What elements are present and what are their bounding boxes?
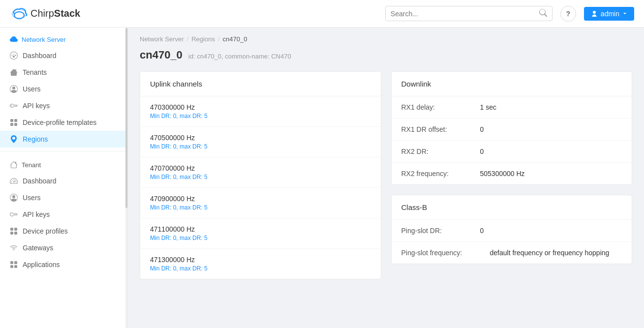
class-b-row-0: Ping-slot DR: 0 xyxy=(392,220,632,242)
sidebar-item-device-profiles[interactable]: Device profiles xyxy=(0,223,127,239)
channel-item-1: 470500000 Hz Min DR: 0, max DR: 5 xyxy=(140,127,381,157)
grid-icon xyxy=(10,119,18,126)
cb-value: 0 xyxy=(480,227,484,235)
search-icon xyxy=(539,9,547,17)
sidebar-item-tenants[interactable]: Tenants xyxy=(0,64,127,81)
regions-icon xyxy=(10,135,18,143)
breadcrumb-regions[interactable]: Regions xyxy=(191,35,215,43)
dl-label: RX2 DR: xyxy=(401,148,480,155)
help-button[interactable]: ? xyxy=(560,6,576,22)
dashboard-icon xyxy=(10,52,18,60)
cb-label: Ping-slot DR: xyxy=(401,227,480,235)
class-b-row-1: Ping-slot frequency: default frequency o… xyxy=(392,242,632,264)
sidebar-item-api-keys-ns[interactable]: API keys xyxy=(0,97,127,114)
channel-dr: Min DR: 0, max DR: 5 xyxy=(150,235,371,241)
sidebar-item-users-tenant[interactable]: Users xyxy=(0,189,127,206)
downlink-row-2: RX2 DR: 0 xyxy=(392,141,632,163)
breadcrumb-network-server[interactable]: Network Server xyxy=(140,35,184,43)
uplink-channels-body: 470300000 Hz Min DR: 0, max DR: 5 470500… xyxy=(140,96,381,279)
uplink-channels-card: Uplink channels 470300000 Hz Min DR: 0, … xyxy=(140,71,381,279)
tenant-section-title: Tenant xyxy=(22,161,41,169)
sidebar-item-dashboard-ns[interactable]: Dashboard xyxy=(0,47,127,64)
channel-freq: 471100000 Hz xyxy=(150,225,371,233)
channel-freq: 470700000 Hz xyxy=(150,164,371,172)
class-b-body: Ping-slot DR: 0 Ping-slot frequency: def… xyxy=(392,220,632,264)
class-b-card: Class-B Ping-slot DR: 0 Ping-slot freque… xyxy=(391,195,633,264)
sidebar-item-regions[interactable]: Regions xyxy=(0,131,127,148)
sidebar: Network Server Dashboard Tenants Users xyxy=(0,28,128,328)
sidebar-section-network-server: Network Server xyxy=(0,28,127,47)
admin-button[interactable]: admin xyxy=(584,7,634,21)
logo-text: ChirpStack xyxy=(31,8,80,19)
channel-dr: Min DR: 0, max DR: 5 xyxy=(150,174,371,180)
downlink-row-1: RX1 DR offset: 0 xyxy=(392,119,632,141)
class-b-title: Class-B xyxy=(392,195,632,220)
downlink-title: Downlink xyxy=(392,72,632,96)
key2-icon xyxy=(10,210,18,218)
channel-dr: Min DR: 0, max DR: 5 xyxy=(150,113,371,119)
sidebar-item-label: Device profiles xyxy=(23,227,68,235)
channel-freq: 470300000 Hz xyxy=(150,103,371,111)
channel-item-3: 470900000 Hz Min DR: 0, max DR: 5 xyxy=(140,188,381,218)
channel-item-4: 471100000 Hz Min DR: 0, max DR: 5 xyxy=(140,218,381,249)
home-icon xyxy=(10,68,18,76)
channel-dr: Min DR: 0, max DR: 5 xyxy=(150,265,371,272)
cb-value: default frequency or frequency hopping xyxy=(490,249,610,257)
right-column: Downlink RX1 delay: 1 sec RX1 DR offset:… xyxy=(391,71,633,279)
channel-item-0: 470300000 Hz Min DR: 0, max DR: 5 xyxy=(140,96,381,127)
ns-section-title: Network Server xyxy=(22,36,66,43)
sidebar-item-label: Users xyxy=(23,85,41,93)
key-icon xyxy=(10,102,18,110)
applications-icon xyxy=(10,261,18,268)
breadcrumb-sep-1: / xyxy=(187,35,189,43)
channel-item-5: 471300000 Hz Min DR: 0, max DR: 5 xyxy=(140,249,381,279)
sidebar-item-device-profile-templates[interactable]: Device-profile templates xyxy=(0,114,127,131)
channel-freq: 470500000 Hz xyxy=(150,134,371,142)
dl-label: RX1 delay: xyxy=(401,103,480,111)
downlink-card: Downlink RX1 delay: 1 sec RX1 DR offset:… xyxy=(391,71,633,185)
sidebar-item-gateways[interactable]: Gateways xyxy=(0,239,127,256)
sidebar-item-dashboard-tenant[interactable]: Dashboard xyxy=(0,173,127,189)
dl-value: 505300000 Hz xyxy=(480,170,525,178)
sidebar-item-users-ns[interactable]: Users xyxy=(0,81,127,97)
sidebar-item-label: Regions xyxy=(23,135,48,143)
content-grid: Uplink channels 470300000 Hz Min DR: 0, … xyxy=(128,71,644,279)
search-input[interactable] xyxy=(391,10,537,18)
dl-label: RX1 DR offset: xyxy=(401,125,480,133)
channel-item-2: 470700000 Hz Min DR: 0, max DR: 5 xyxy=(140,157,381,188)
breadcrumb: Network Server / Regions / cn470_0 xyxy=(128,28,644,47)
channel-freq: 470900000 Hz xyxy=(150,195,371,203)
sidebar-item-applications[interactable]: Applications xyxy=(0,256,127,273)
user-icon xyxy=(591,10,598,17)
sidebar-item-label: Device-profile templates xyxy=(23,119,96,126)
dashboard2-icon xyxy=(10,177,18,185)
header: ChirpStack ? admin xyxy=(0,0,644,28)
search-bar[interactable] xyxy=(385,6,552,21)
channel-freq: 471300000 Hz xyxy=(150,256,371,264)
sidebar-item-api-keys-tenant[interactable]: API keys xyxy=(0,206,127,223)
page-header: cn470_0 id: cn470_0, common-name: CN470 xyxy=(128,47,644,71)
sidebar-item-label: Gateways xyxy=(23,244,53,252)
logo-icon xyxy=(10,4,29,23)
dl-value: 0 xyxy=(480,125,484,133)
sidebar-item-label: Users xyxy=(23,194,41,202)
sidebar-item-label: Dashboard xyxy=(23,52,57,60)
sidebar-item-label: Applications xyxy=(23,261,60,268)
channel-dr: Min DR: 0, max DR: 5 xyxy=(150,143,371,150)
breadcrumb-current: cn470_0 xyxy=(223,35,247,43)
page-title: cn470_0 xyxy=(140,49,183,61)
admin-label: admin xyxy=(601,10,619,18)
dl-label: RX2 frequency: xyxy=(401,170,480,178)
logo: ChirpStack xyxy=(10,4,80,23)
user-circle-icon xyxy=(10,85,18,93)
cb-label: Ping-slot frequency: xyxy=(401,249,490,257)
page-subtitle: id: cn470_0, common-name: CN470 xyxy=(188,53,291,60)
search-icon-button[interactable] xyxy=(539,9,547,18)
breadcrumb-sep-2: / xyxy=(218,35,220,43)
main-content: Network Server / Regions / cn470_0 cn470… xyxy=(128,28,644,328)
sidebar-item-label: API keys xyxy=(23,210,50,218)
grid2-icon xyxy=(10,227,18,235)
cloud-icon xyxy=(10,35,18,43)
uplink-channels-title: Uplink channels xyxy=(140,72,381,96)
channel-dr: Min DR: 0, max DR: 5 xyxy=(150,204,371,211)
